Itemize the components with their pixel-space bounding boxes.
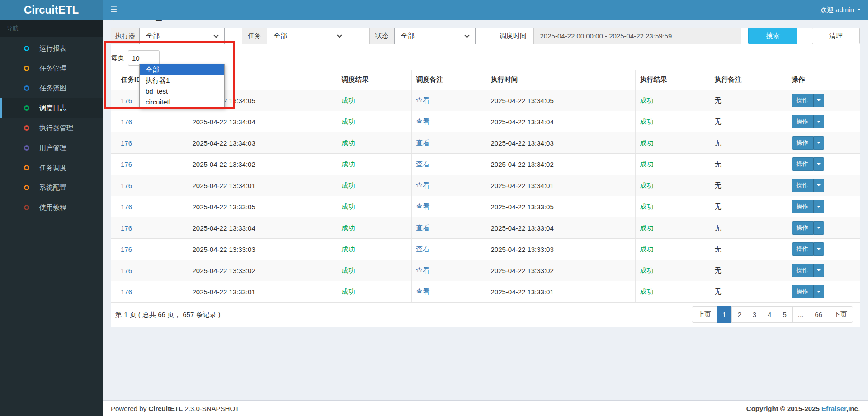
column-header: 执行结果 <box>635 70 710 90</box>
action-button-label[interactable]: 操作 <box>792 264 813 277</box>
view-remark-link[interactable]: 查看 <box>416 160 430 168</box>
handle-remark-cell: 无 <box>710 239 787 260</box>
dropdown-option[interactable]: bd_test <box>140 86 224 97</box>
handle-result-cell: 成功 <box>635 239 710 260</box>
handle-remark-cell: 无 <box>710 90 787 111</box>
action-split-button[interactable]: 操作 <box>792 179 824 192</box>
circle-icon <box>24 66 29 71</box>
footer: Powered by CircuitETL 2.3.0-SNAPSHOT Cop… <box>103 400 868 416</box>
action-caret-button[interactable] <box>813 115 824 128</box>
action-caret-button[interactable] <box>813 94 824 107</box>
action-split-button[interactable]: 操作 <box>792 264 824 277</box>
action-split-button[interactable]: 操作 <box>792 200 824 213</box>
job-id-link[interactable]: 176 <box>121 246 132 253</box>
caret-down-icon <box>817 227 821 229</box>
sidebar-item-users[interactable]: 用户管理 <box>0 138 103 158</box>
user-menu[interactable]: 欢迎 admin <box>813 0 868 20</box>
job-id-link[interactable]: 176 <box>121 139 132 147</box>
view-remark-link[interactable]: 查看 <box>416 203 430 210</box>
table-body: 176 2025-04-22 13:34:05 成功 查看 2025-04-22… <box>111 90 860 303</box>
view-remark-link[interactable]: 查看 <box>416 96 430 104</box>
job-id-link[interactable]: 176 <box>121 161 132 168</box>
page-link-3[interactable]: 3 <box>747 306 762 323</box>
action-caret-button[interactable] <box>813 242 824 256</box>
pagination-item: 1 <box>717 306 732 323</box>
job-id-link[interactable]: 176 <box>121 288 132 296</box>
circle-icon <box>24 85 29 91</box>
page-link-...[interactable]: ... <box>792 306 810 323</box>
page-link-上页[interactable]: 上页 <box>692 306 717 323</box>
brand-logo[interactable]: CircuitETL <box>0 0 103 20</box>
action-caret-button[interactable] <box>813 200 824 213</box>
action-split-button[interactable]: 操作 <box>792 157 824 171</box>
caret-down-icon <box>817 121 821 123</box>
action-caret-button[interactable] <box>813 157 824 171</box>
sidebar-item-jobs[interactable]: 任务管理 <box>0 58 103 78</box>
trigger-time-label: 调度时间 <box>493 28 533 44</box>
action-button-label[interactable]: 操作 <box>792 242 813 256</box>
action-split-button[interactable]: 操作 <box>792 221 824 235</box>
action-button-label[interactable]: 操作 <box>792 221 813 235</box>
action-split-button[interactable]: 操作 <box>792 242 824 256</box>
job-select[interactable]: 全部 <box>267 28 348 44</box>
job-id-link[interactable]: 176 <box>121 182 132 189</box>
sidebar-item-reports[interactable]: 运行报表 <box>0 38 103 58</box>
action-split-button[interactable]: 操作 <box>792 285 824 298</box>
action-caret-button[interactable] <box>813 179 824 192</box>
action-button-label[interactable]: 操作 <box>792 136 813 150</box>
page-size-input[interactable] <box>128 50 160 66</box>
view-remark-link[interactable]: 查看 <box>416 139 430 147</box>
clear-button[interactable]: 清理 <box>812 28 860 44</box>
action-button-label[interactable]: 操作 <box>792 285 813 298</box>
dropdown-option[interactable]: circuitetl <box>140 97 224 108</box>
footer-company-link[interactable]: Efraiser <box>821 405 846 412</box>
job-id-link[interactable]: 176 <box>121 203 132 211</box>
job-id-link[interactable]: 176 <box>121 97 132 104</box>
filter-row: 执行器 全部 任务 全部 状态 全部 <box>111 28 860 44</box>
action-caret-button[interactable] <box>813 221 824 235</box>
view-remark-link[interactable]: 查看 <box>416 288 430 295</box>
action-caret-button[interactable] <box>813 285 824 298</box>
job-id-link[interactable]: 176 <box>121 267 132 274</box>
executor-select[interactable]: 全部 <box>139 28 225 44</box>
sidebar-item-logs[interactable]: 调度日志 <box>0 98 103 118</box>
dropdown-option[interactable]: 执行器1 <box>140 75 224 86</box>
page-link-1[interactable]: 1 <box>717 306 732 323</box>
sidebar-item-executors[interactable]: 执行器管理 <box>0 118 103 138</box>
action-button-label[interactable]: 操作 <box>792 200 813 213</box>
dropdown-option[interactable]: 全部 <box>140 64 224 75</box>
trigger-time-input[interactable]: 2025-04-22 00:00:00 - 2025-04-22 23:59:5… <box>533 28 741 44</box>
view-remark-link[interactable]: 查看 <box>416 181 430 189</box>
action-split-button[interactable]: 操作 <box>792 136 824 150</box>
sidebar-item-schedule[interactable]: 任务调度 <box>0 158 103 178</box>
handle-result-cell: 成功 <box>635 175 710 196</box>
search-button[interactable]: 搜索 <box>748 28 797 44</box>
page-link-66[interactable]: 66 <box>809 306 828 323</box>
action-split-button[interactable]: 操作 <box>792 115 824 128</box>
sidebar-item-tutorial[interactable]: 使用教程 <box>0 198 103 217</box>
action-button-label[interactable]: 操作 <box>792 94 813 107</box>
action-button-label[interactable]: 操作 <box>792 115 813 128</box>
action-button-label[interactable]: 操作 <box>792 157 813 171</box>
sidebar-item-flow[interactable]: 任务流图 <box>0 78 103 98</box>
chevron-down-icon <box>464 33 469 38</box>
handle-result-cell: 成功 <box>635 90 710 111</box>
view-remark-link[interactable]: 查看 <box>416 245 430 253</box>
page-link-5[interactable]: 5 <box>777 306 792 323</box>
view-remark-link[interactable]: 查看 <box>416 224 430 232</box>
page-link-下页[interactable]: 下页 <box>828 306 853 323</box>
action-caret-button[interactable] <box>813 264 824 277</box>
view-remark-link[interactable]: 查看 <box>416 118 430 125</box>
page-link-4[interactable]: 4 <box>762 306 777 323</box>
job-id-link[interactable]: 176 <box>121 118 132 126</box>
view-remark-link[interactable]: 查看 <box>416 266 430 274</box>
status-select[interactable]: 全部 <box>394 28 476 44</box>
sidebar-item-config[interactable]: 系统配置 <box>0 178 103 198</box>
sidebar-toggle-button[interactable]: ☰ <box>103 0 125 20</box>
job-id-link[interactable]: 176 <box>121 224 132 232</box>
circle-icon <box>24 105 29 111</box>
page-link-2[interactable]: 2 <box>731 306 747 323</box>
action-caret-button[interactable] <box>813 136 824 150</box>
action-button-label[interactable]: 操作 <box>792 179 813 192</box>
action-split-button[interactable]: 操作 <box>792 94 824 107</box>
